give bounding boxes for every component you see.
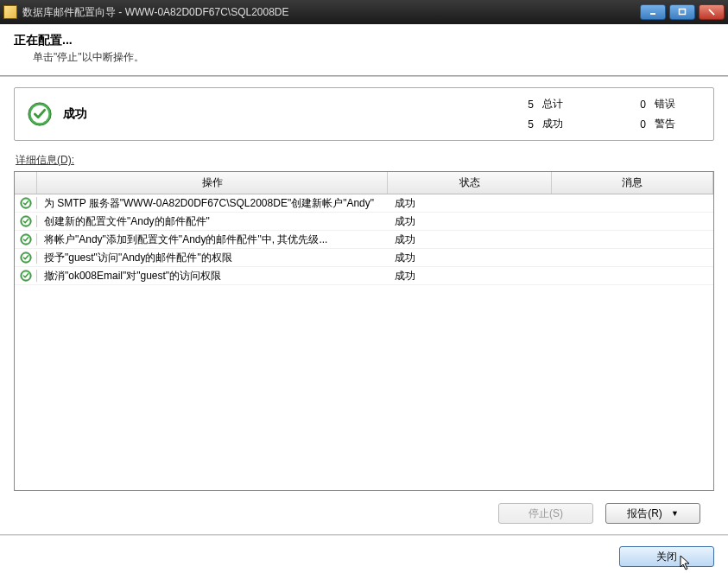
close-button-label: 关闭 xyxy=(656,550,677,564)
grid-body: 为 SMTP 服务器"WWW-0A82D0DF67C\SQL2008DE"创建新… xyxy=(15,194,713,285)
svg-line-3 xyxy=(709,10,714,15)
minimize-button[interactable] xyxy=(640,4,666,20)
page-subtitle: 单击"停止"以中断操作。 xyxy=(14,50,714,65)
wizard-header: 正在配置... 单击"停止"以中断操作。 xyxy=(0,24,728,75)
stop-button-label: 停止(S) xyxy=(529,506,563,521)
close-window-button[interactable] xyxy=(699,4,725,20)
svg-rect-1 xyxy=(680,10,686,15)
chevron-down-icon: ▼ xyxy=(671,509,679,518)
row-success-icon xyxy=(15,251,37,264)
warning-count: 0 xyxy=(620,118,655,131)
row-status: 成功 xyxy=(388,196,552,211)
details-label: 详细信息(D): xyxy=(16,153,714,168)
row-operation: 将帐户"Andy"添加到配置文件"Andy的邮件配件"中, 其优先级... xyxy=(37,232,388,247)
row-status: 成功 xyxy=(388,232,552,247)
row-status: 成功 xyxy=(388,269,552,283)
table-row[interactable]: 为 SMTP 服务器"WWW-0A82D0DF67C\SQL2008DE"创建新… xyxy=(15,194,713,213)
total-label: 总计 xyxy=(542,97,620,111)
col-message-header[interactable]: 消息 xyxy=(552,172,713,194)
error-label: 错误 xyxy=(655,97,698,111)
col-icon-header xyxy=(15,172,37,194)
content-area: 成功 5 总计 0 错误 5 成功 0 警告 详细信息(D): 操作 状态 消息… xyxy=(0,77,728,524)
maximize-button[interactable] xyxy=(669,4,695,20)
col-status-header[interactable]: 状态 xyxy=(388,172,552,194)
row-success-icon xyxy=(15,270,37,282)
row-operation: 撤消"ok008Email"对"guest"的访问权限 xyxy=(37,269,388,283)
row-operation: 为 SMTP 服务器"WWW-0A82D0DF67C\SQL2008DE"创建新… xyxy=(37,196,388,211)
window-controls xyxy=(640,4,725,20)
titlebar: 数据库邮件配置向导 - WWW-0A82D0DF67C\SQL2008DE xyxy=(0,0,728,24)
close-button[interactable]: 关闭 xyxy=(619,546,714,567)
col-operation-header[interactable]: 操作 xyxy=(37,172,388,194)
action-buttons: 停止(S) 报告(R) ▼ xyxy=(14,491,714,524)
row-success-icon xyxy=(15,233,37,245)
table-row[interactable]: 创建新的配置文件"Andy的邮件配件"成功 xyxy=(15,213,713,231)
row-operation: 创建新的配置文件"Andy的邮件配件" xyxy=(37,214,388,229)
window-title: 数据库邮件配置向导 - WWW-0A82D0DF67C\SQL2008DE xyxy=(22,5,640,20)
results-grid[interactable]: 操作 状态 消息 为 SMTP 服务器"WWW-0A82D0DF67C\SQL2… xyxy=(14,171,714,491)
error-count: 0 xyxy=(620,99,655,111)
table-row[interactable]: 授予"guest"访问"Andy的邮件配件"的权限成功 xyxy=(15,249,713,267)
warning-label: 警告 xyxy=(655,117,698,131)
row-status: 成功 xyxy=(388,214,552,229)
app-icon xyxy=(3,5,17,19)
page-title: 正在配置... xyxy=(14,33,714,48)
grid-header: 操作 状态 消息 xyxy=(15,172,713,194)
table-row[interactable]: 撤消"ok008Email"对"guest"的访问权限成功 xyxy=(15,267,713,285)
table-row[interactable]: 将帐户"Andy"添加到配置文件"Andy的邮件配件"中, 其优先级...成功 xyxy=(15,231,713,249)
status-summary: 成功 5 总计 0 错误 5 成功 0 警告 xyxy=(14,87,714,141)
total-count: 5 xyxy=(508,99,542,111)
stop-button: 停止(S) xyxy=(498,503,593,524)
success-label: 成功 xyxy=(542,117,620,131)
report-button-label: 报告(R) xyxy=(627,506,662,521)
footer: 关闭 xyxy=(0,536,728,573)
success-icon xyxy=(27,101,53,127)
summary-status-label: 成功 xyxy=(63,106,508,122)
summary-stats: 5 总计 0 错误 5 成功 0 警告 xyxy=(508,97,701,131)
row-success-icon xyxy=(15,197,37,209)
row-operation: 授予"guest"访问"Andy的邮件配件"的权限 xyxy=(37,251,388,265)
success-count: 5 xyxy=(508,118,542,131)
row-status: 成功 xyxy=(388,251,552,265)
report-button[interactable]: 报告(R) ▼ xyxy=(605,503,700,524)
row-success-icon xyxy=(15,215,37,227)
